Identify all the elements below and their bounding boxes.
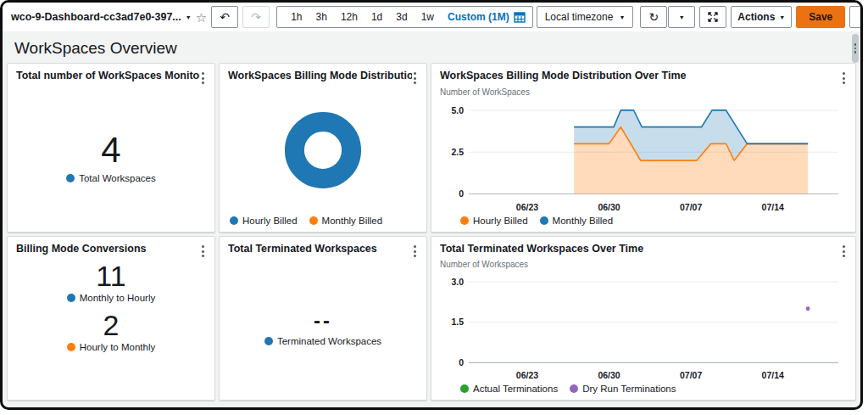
legend-dot: [264, 337, 273, 345]
billing-distribution-donut-chart[interactable]: [278, 105, 368, 195]
actions-button[interactable]: Actions ▼: [731, 6, 792, 28]
panel-billing-conversions: Billing Mode Conversions 11 Monthly to H…: [7, 236, 215, 401]
legend-label: Monthly to Hourly: [80, 293, 155, 303]
panel-total-monitored: Total number of WorkSpaces Monitored i..…: [7, 63, 215, 233]
panel-title: Total Terminated Workspaces Over Time: [440, 243, 643, 255]
legend-item[interactable]: Actual Terminations: [460, 384, 558, 394]
legend-label: Hourly to Monthly: [80, 342, 155, 352]
page-title: WorkSpaces Overview: [14, 39, 177, 58]
refresh-options-button[interactable]: ▼: [668, 6, 695, 28]
legend-item[interactable]: Monthly to Hourly: [67, 293, 155, 303]
legend-item[interactable]: Hourly Billed: [230, 216, 298, 226]
panel-title: Billing Mode Conversions: [16, 243, 147, 255]
page-header: WorkSpaces Overview: [3, 31, 860, 61]
chevron-down-icon: ▼: [779, 14, 785, 20]
calendar-icon[interactable]: [514, 11, 526, 23]
time-range-group: 1h 3h 12h 1d 3d 1w Custom (1M): [276, 6, 532, 28]
dashboard-name-menu[interactable]: wco-9-Dashboard-cc3ad7e0-397... ▼: [11, 11, 192, 23]
time-range-3h[interactable]: 3h: [309, 11, 334, 23]
svg-text:Number of Workspaces: Number of Workspaces: [440, 260, 528, 269]
panel-header: Billing Mode Conversions: [16, 243, 206, 260]
terminations-over-time-chart[interactable]: 01.53.006/2306/3007/0707/14Number of Wor…: [440, 260, 847, 382]
legend-item[interactable]: Hourly Billed: [460, 216, 528, 226]
chart-legend: Hourly Billed Monthly Billed: [228, 214, 418, 228]
favorite-star-icon[interactable]: ☆: [196, 11, 207, 24]
redo-button[interactable]: ↷: [242, 6, 270, 28]
panel-title: Total Terminated Workspaces: [228, 243, 377, 255]
svg-text:5.0: 5.0: [451, 104, 464, 115]
timezone-label: Local timezone: [545, 11, 614, 23]
svg-text:06/30: 06/30: [598, 370, 620, 380]
fullscreen-button[interactable]: [699, 6, 726, 28]
refresh-button[interactable]: ↻: [640, 6, 667, 28]
dashboard-name: wco-9-Dashboard-cc3ad7e0-397...: [11, 11, 181, 23]
panel-terminations-over-time: Total Terminated Workspaces Over Time 01…: [431, 236, 856, 401]
panel-title: WorkSpaces Billing Mode Distribution in …: [228, 70, 412, 81]
panel-total-terminated: Total Terminated Workspaces -- Terminate…: [219, 236, 427, 401]
panel-title: WorkSpaces Billing Mode Distribution Ove…: [440, 70, 687, 81]
legend-dot: [230, 216, 238, 225]
svg-text:07/07: 07/07: [680, 201, 702, 211]
chevron-down-icon: ▼: [186, 14, 192, 20]
expand-arrows-icon: [708, 12, 718, 22]
kebab-menu-icon[interactable]: [841, 70, 847, 87]
kebab-menu-icon[interactable]: [841, 243, 847, 260]
vertical-scrollbar-thumb[interactable]: [852, 34, 859, 63]
dashboard-grid: Total number of WorkSpaces Monitored i..…: [3, 61, 860, 401]
svg-text:07/14: 07/14: [762, 370, 784, 380]
time-range-1w[interactable]: 1w: [415, 11, 441, 23]
legend-item[interactable]: Dry Run Terminations: [570, 384, 676, 394]
time-range-12h[interactable]: 12h: [334, 11, 364, 23]
single-value-body: -- Terminated Workspaces: [228, 260, 418, 396]
metric-value: 11: [96, 261, 125, 290]
custom-time-range[interactable]: Custom (1M): [441, 11, 514, 23]
time-range-1d[interactable]: 1d: [364, 11, 389, 23]
save-button[interactable]: Save: [796, 6, 845, 28]
panel-header: Total Terminated Workspaces: [228, 243, 418, 260]
svg-text:3.0: 3.0: [451, 276, 464, 286]
billing-over-time-chart[interactable]: 02.55.006/2306/3007/0707/14Number of Wor…: [440, 87, 847, 214]
svg-text:06/23: 06/23: [516, 370, 538, 380]
legend-dot: [67, 343, 75, 351]
time-range-3d[interactable]: 3d: [389, 11, 414, 23]
add-widget-button[interactable]: +: [849, 6, 863, 28]
legend-dot: [309, 216, 318, 225]
panel-billing-over-time: WorkSpaces Billing Mode Distribution Ove…: [431, 63, 856, 233]
legend-dot: [67, 294, 75, 302]
legend-item[interactable]: Total Workspaces: [66, 173, 156, 183]
svg-text:07/07: 07/07: [680, 370, 702, 380]
chart-legend: Actual Terminations Dry Run Terminations: [440, 382, 847, 396]
legend-label: Terminated Workspaces: [277, 336, 381, 346]
svg-text:07/14: 07/14: [762, 201, 784, 211]
dashboard-toolbar: wco-9-Dashboard-cc3ad7e0-397... ▼ ☆ ↶ ↷ …: [3, 3, 860, 31]
screenshot-frame: wco-9-Dashboard-cc3ad7e0-397... ▼ ☆ ↶ ↷ …: [0, 0, 863, 410]
legend-item[interactable]: Terminated Workspaces: [264, 336, 381, 346]
legend-item[interactable]: Monthly Billed: [309, 216, 383, 226]
timezone-select[interactable]: Local timezone ▼: [537, 6, 634, 28]
legend-item[interactable]: Monthly Billed: [540, 216, 614, 226]
chart-legend: Hourly Billed Monthly Billed: [440, 214, 847, 228]
panel-billing-distribution: WorkSpaces Billing Mode Distribution in …: [219, 63, 427, 233]
legend-dot: [460, 384, 469, 393]
legend-item[interactable]: Hourly to Monthly: [67, 342, 155, 352]
svg-text:0: 0: [459, 357, 464, 367]
time-range-1h[interactable]: 1h: [284, 11, 309, 23]
kebab-menu-icon[interactable]: [200, 243, 206, 260]
single-value-body: 4 Total Workspaces: [16, 87, 206, 228]
kebab-menu-icon[interactable]: [200, 70, 206, 87]
chevron-down-icon: ▼: [619, 14, 625, 20]
legend-label: Dry Run Terminations: [582, 384, 676, 394]
svg-text:Number of WorkSpaces: Number of WorkSpaces: [440, 87, 530, 96]
legend-label: Monthly Billed: [553, 216, 614, 226]
legend-dot: [540, 216, 548, 225]
svg-text:0: 0: [459, 188, 464, 199]
kebab-menu-icon[interactable]: [412, 243, 418, 260]
undo-button[interactable]: ↶: [211, 6, 238, 28]
legend-dot: [570, 384, 578, 393]
metric-value: 2: [103, 311, 120, 339]
kebab-menu-icon[interactable]: [412, 70, 418, 87]
metric-value: --: [314, 311, 332, 331]
legend-label: Hourly Billed: [473, 216, 528, 226]
legend-label: Actual Terminations: [473, 384, 558, 394]
panel-title: Total number of WorkSpaces Monitored i..…: [16, 70, 200, 81]
